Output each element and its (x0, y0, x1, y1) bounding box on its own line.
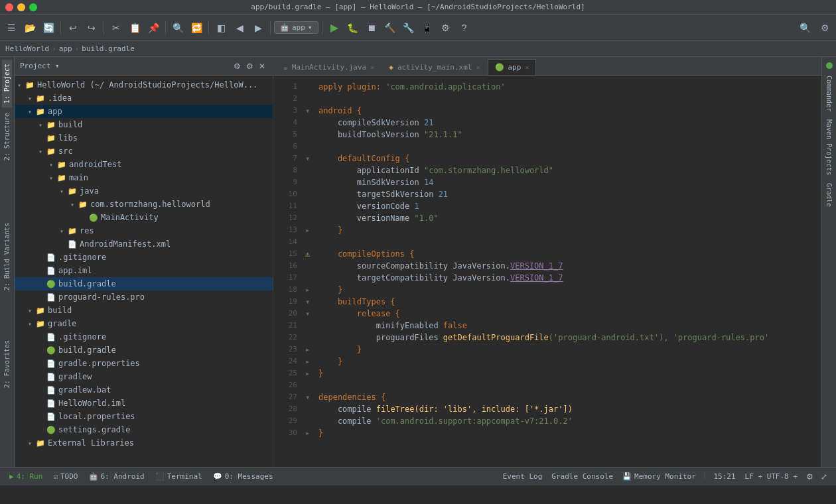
tree-item-main[interactable]: ▾ 📁 main (15, 171, 273, 184)
close-button[interactable] (5, 3, 13, 11)
left-tab-project[interactable]: 1: Project (2, 60, 12, 107)
gradle-tab-icon: 🟢 (495, 63, 504, 72)
tab-close-gradle[interactable]: ✕ (525, 64, 529, 71)
app-selector[interactable]: 🤖 app ▾ (274, 21, 318, 34)
tree-item-package[interactable]: ▾ 📁 com.stormzhang.helloworld (15, 198, 273, 211)
breadcrumb-item-app[interactable]: app (59, 44, 72, 53)
tree-item-manifest[interactable]: 📄 AndroidManifest.xml (15, 237, 273, 251)
minimize-button[interactable] (17, 3, 25, 11)
run-button[interactable]: ▶ (326, 19, 343, 36)
sync-button[interactable]: 🔄 (40, 19, 57, 36)
tab-mainactivity[interactable]: ☕ MainActivity.java ✕ (276, 59, 382, 75)
right-tab-maven[interactable]: Maven Projects (824, 115, 834, 179)
replace-button[interactable]: 🔁 (188, 19, 205, 36)
tree-label: proguard-rules.pro (58, 292, 145, 302)
right-tab-gradle[interactable]: Gradle (824, 179, 834, 211)
copy-button[interactable]: 📋 (126, 19, 143, 36)
left-tab-favorites[interactable]: 2: Favorites (2, 336, 12, 392)
breadcrumb-item-helloworld[interactable]: HelloWorld (5, 44, 49, 53)
tab-activity-main-xml[interactable]: ◈ activity_main.xml ✕ (382, 59, 487, 75)
folder-open-icon: 📁 (46, 147, 56, 156)
tab-close-xml[interactable]: ✕ (476, 64, 480, 71)
search-everywhere-button[interactable]: 🔍 (796, 19, 813, 36)
gradle-console-label: Gradle Console (551, 472, 613, 481)
code-line-28: compile fileTree(dir: 'libs', include: [… (305, 403, 816, 415)
status-settings-btn[interactable]: ⚙ (803, 470, 816, 483)
tree-item-libs[interactable]: 📁 libs (15, 131, 273, 145)
sdk-button[interactable]: 🔧 (400, 19, 417, 36)
tree-item-helloworld[interactable]: ▾ 📁 HelloWorld (~/ AndroidStudioProjects… (15, 78, 273, 92)
undo-button[interactable]: ↩ (64, 19, 82, 36)
status-expand-btn[interactable]: ⤢ (817, 470, 831, 483)
tree-item-gitignore-root[interactable]: 📄 .gitignore (15, 330, 273, 344)
tree-item-gradlew[interactable]: 📄 gradlew (15, 370, 273, 383)
project-dropdown[interactable]: Project ▾ (20, 62, 60, 70)
open-button[interactable]: 📂 (21, 19, 38, 36)
settings-gear[interactable]: ⚙ (816, 19, 833, 36)
sidebar-sync-btn[interactable]: ⚙ (232, 61, 243, 72)
tree-item-build-gradle-app[interactable]: 🟢 build.gradle (15, 277, 273, 290)
menu-button[interactable]: ☰ (3, 19, 20, 36)
tree-item-androidtest[interactable]: ▾ 📁 androidTest (15, 158, 273, 171)
tree-item-java[interactable]: ▾ 📁 java (15, 184, 273, 198)
tab-close-mainactivity[interactable]: ✕ (370, 64, 374, 71)
code-line-20: ▾ release { (305, 308, 816, 320)
breadcrumb-item-buildgradle[interactable]: build.gradle (82, 44, 134, 53)
tree-item-idea[interactable]: ▾ 📁 .idea (15, 92, 273, 105)
tree-item-external-libraries[interactable]: ▾ 📁 External Libraries (15, 436, 273, 450)
code-line-25: ▸ } (305, 367, 816, 379)
sidebar-gear-btn[interactable]: ⚙ (244, 61, 255, 72)
tree-item-build-root[interactable]: ▾ 📁 build (15, 304, 273, 317)
build-button[interactable]: 🔨 (382, 19, 399, 36)
tree-item-local-properties[interactable]: 📄 local.properties (15, 410, 273, 423)
run-status-item[interactable]: ▶ 4: Run (5, 472, 46, 481)
tree-item-gitignore-app[interactable]: 📄 .gitignore (15, 251, 273, 264)
structure-button[interactable]: ◧ (212, 19, 230, 36)
editor-content[interactable]: 12345 678910 1112131415 1617181920 21222… (273, 76, 821, 467)
tree-label: .idea (48, 94, 72, 103)
stop-button[interactable]: ⏹ (363, 19, 380, 36)
messages-status-item[interactable]: 💬 0: Messages (209, 472, 277, 481)
tab-app-gradle[interactable]: 🟢 app ✕ (488, 59, 537, 75)
code-line-24: ▸ } (305, 355, 816, 367)
tree-item-gradle-properties[interactable]: 📄 gradle.properties (15, 357, 273, 370)
memory-monitor-item[interactable]: 💾 Memory Monitor (618, 470, 700, 483)
tree-item-src[interactable]: ▾ 📁 src (15, 145, 273, 158)
tree-item-gradlew-bat[interactable]: 📄 gradlew.bat (15, 383, 273, 397)
navigate-forward[interactable]: ▶ (249, 19, 267, 36)
redo-button[interactable]: ↪ (83, 19, 100, 36)
sidebar-close-btn[interactable]: ✕ (257, 61, 267, 72)
maximize-button[interactable] (29, 3, 37, 11)
navigate-back[interactable]: ◀ (231, 19, 248, 36)
tree-item-proguard[interactable]: 📄 proguard-rules.pro (15, 290, 273, 304)
cut-button[interactable]: ✂ (107, 19, 125, 36)
tree-item-build[interactable]: ▾ 📁 build (15, 118, 273, 131)
android-status-item[interactable]: 🤖 6: Android (85, 472, 149, 481)
debug-button[interactable]: 🐛 (344, 19, 362, 36)
avd-button[interactable]: 📱 (419, 19, 436, 36)
left-tab-structure[interactable]: 2: Structure (2, 109, 12, 164)
paste-button[interactable]: 📌 (145, 19, 162, 36)
code-editor[interactable]: apply plugin: 'com.android.application' … (300, 76, 821, 467)
tree-item-settings-gradle[interactable]: 🟢 settings.gradle (15, 423, 273, 436)
tree-item-build-gradle-root[interactable]: 🟢 build.gradle (15, 344, 273, 357)
tree-item-helloworld-iml[interactable]: 📄 HelloWorld.iml (15, 397, 273, 410)
todo-status-item[interactable]: ☑ TODO (49, 472, 82, 481)
settings-button[interactable]: ⚙ (437, 19, 454, 36)
event-log-item[interactable]: Event Log (499, 470, 547, 483)
tree-item-gradle[interactable]: ▾ 📁 gradle (15, 317, 273, 330)
editor-tab-bar: ☕ MainActivity.java ✕ ◈ activity_main.xm… (273, 57, 821, 76)
tree-arrow: ▾ (28, 95, 36, 102)
terminal-status-item[interactable]: ⬛ Terminal (151, 472, 206, 481)
tree-item-mainactivity[interactable]: 🟢 MainActivity (15, 211, 273, 224)
tree-item-res[interactable]: ▾ 📁 res (15, 224, 273, 237)
right-tab-commander[interactable]: Commander (824, 72, 834, 115)
help-button[interactable]: ? (456, 19, 473, 36)
encoding-item[interactable]: LF ÷ UTF-8 ÷ (741, 470, 801, 483)
left-tab-buildvariants[interactable]: 2: Build Variants (2, 219, 12, 294)
gradle-console-item[interactable]: Gradle Console (547, 470, 617, 483)
find-button[interactable]: 🔍 (169, 19, 186, 36)
tree-item-app-iml[interactable]: 📄 app.iml (15, 264, 273, 277)
messages-icon: 💬 (213, 472, 222, 481)
tree-item-app[interactable]: ▾ 📁 app (15, 105, 273, 118)
